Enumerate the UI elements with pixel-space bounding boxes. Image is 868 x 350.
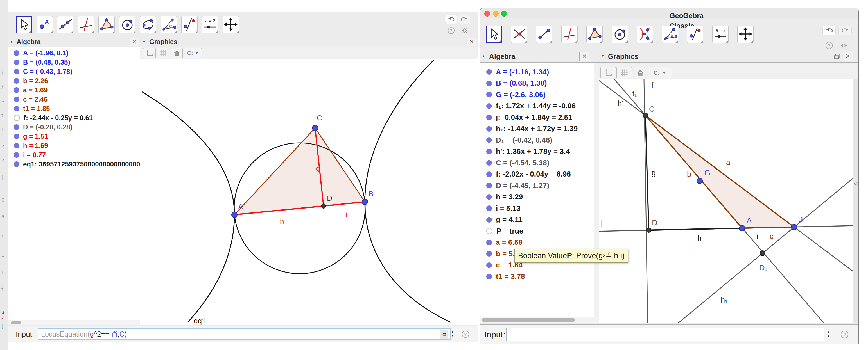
algebra-row-8[interactable]: D = (-0.28, 0.28) xyxy=(8,123,140,132)
algebra-row-0[interactable]: A = (-1.16, 1.34) xyxy=(480,66,594,78)
tool-hyperbola-button[interactable] xyxy=(637,26,653,43)
tool-intersect-button[interactable] xyxy=(511,26,527,43)
visibility-bullet-filled[interactable] xyxy=(486,80,492,86)
input-help-icon[interactable]: ? xyxy=(841,330,848,338)
visibility-bullet-filled[interactable] xyxy=(486,103,492,109)
algebra-row-1[interactable]: B = (0.68, 1.38) xyxy=(480,78,594,89)
point-capturing-dropdown[interactable]: C: ▼ xyxy=(184,48,202,58)
point-D[interactable] xyxy=(321,204,326,208)
gear-icon[interactable] xyxy=(461,27,468,34)
command-input-field[interactable] xyxy=(506,328,824,341)
visibility-bullet-filled[interactable] xyxy=(14,69,20,74)
tool-angle-button[interactable]: α xyxy=(160,16,177,33)
home-button[interactable] xyxy=(636,67,645,78)
tool-reflection-button[interactable] xyxy=(181,16,197,33)
point-A[interactable] xyxy=(739,225,745,231)
algebra-row-10[interactable]: h = 1.69 xyxy=(8,141,140,150)
tool-slider-button[interactable]: a = 2 xyxy=(202,16,218,33)
point-capturing-dropdown[interactable]: C: ▼ xyxy=(648,67,672,78)
right-graphics-canvas[interactable]: ff₁h'CgbGajDhicABD₁h₁ xyxy=(599,79,853,323)
undo-button[interactable] xyxy=(445,15,457,24)
panel-divider[interactable] xyxy=(140,37,140,47)
axes-toggle-button[interactable] xyxy=(600,67,616,78)
algebra-row-18[interactable]: t1 = 3.78 xyxy=(480,271,594,282)
hyperbola-left-branch[interactable] xyxy=(142,92,235,322)
algebra-row-5[interactable]: h₁: -1.44x + 1.72y = 1.39 xyxy=(480,123,594,135)
algebra-row-4[interactable]: j: -0.04x + 1.84y = 2.51 xyxy=(480,112,594,123)
redo-button[interactable] xyxy=(838,26,852,35)
algebra-close-button[interactable]: ✕ xyxy=(130,38,139,46)
algebra-row-11[interactable]: i = 0.77 xyxy=(8,150,140,160)
visibility-bullet-filled[interactable] xyxy=(14,97,20,102)
graphics-restore-icon[interactable] xyxy=(834,53,840,61)
visibility-bullet-filled[interactable] xyxy=(14,78,20,84)
visibility-bullet-filled[interactable] xyxy=(14,87,20,93)
home-button[interactable] xyxy=(171,48,183,58)
point-A[interactable] xyxy=(231,212,237,217)
tool-move-view-button[interactable] xyxy=(223,16,239,33)
visibility-bullet-filled[interactable] xyxy=(486,92,492,97)
visibility-bullet-filled[interactable] xyxy=(486,114,492,120)
grid-toggle-button[interactable] xyxy=(616,67,632,78)
command-input-field[interactable]: LocusEquation(g^2==h*i, C ) xyxy=(38,328,451,340)
tool-move-button[interactable] xyxy=(16,16,32,33)
visibility-bullet-filled[interactable] xyxy=(14,106,20,111)
tool-circle-button[interactable] xyxy=(612,26,628,43)
alpha-button[interactable]: α xyxy=(440,330,448,339)
visibility-bullet-filled[interactable] xyxy=(486,274,492,279)
point-D1[interactable] xyxy=(760,251,765,256)
tool-slider-button[interactable]: a = 2 xyxy=(712,26,728,43)
algebra-row-8[interactable]: C = (-4.54, 5.38) xyxy=(480,157,594,169)
visibility-bullet-hollow[interactable] xyxy=(14,115,20,121)
algebra-row-9[interactable]: g = 1.51 xyxy=(8,132,140,141)
help-icon[interactable]: ? xyxy=(826,42,833,49)
minimize-traffic-light[interactable] xyxy=(493,11,499,16)
point-D[interactable] xyxy=(647,228,651,233)
tool-move-view-button[interactable] xyxy=(737,26,753,43)
tool-move-button[interactable] xyxy=(486,26,502,43)
redo-button[interactable] xyxy=(458,15,470,24)
tool-reflection-button[interactable] xyxy=(687,26,703,43)
visibility-bullet-filled[interactable] xyxy=(486,126,492,132)
visibility-bullet-hollow[interactable] xyxy=(486,228,493,234)
input-spinner[interactable]: ▲▼ xyxy=(450,330,455,339)
panel-divider[interactable] xyxy=(599,50,599,63)
visibility-bullet-filled[interactable] xyxy=(486,262,492,268)
segment-h[interactable] xyxy=(649,228,742,230)
tool-segment-button[interactable] xyxy=(536,26,552,43)
point-B[interactable] xyxy=(362,199,368,205)
zoom-traffic-light[interactable] xyxy=(501,11,507,16)
tool-line-button[interactable] xyxy=(57,16,73,33)
close-traffic-light[interactable] xyxy=(484,11,490,16)
graphics-collapse-arrow[interactable]: ▾ xyxy=(602,53,604,58)
grid-toggle-button[interactable] xyxy=(157,48,169,58)
help-icon[interactable]: ? xyxy=(448,27,455,34)
algebra-row-15[interactable]: a = 6.58 xyxy=(480,237,594,248)
algebra-row-7[interactable]: f: -2.44x - 0.25y = 0.61 xyxy=(8,113,140,123)
point-B[interactable] xyxy=(791,224,797,230)
right-algebra-hscrollbar[interactable] xyxy=(480,317,599,323)
point-C[interactable] xyxy=(312,125,318,131)
graphics-close-button[interactable]: ✕ xyxy=(467,38,476,46)
hyperbola-right-branch[interactable] xyxy=(365,60,451,322)
algebra-row-0[interactable]: A = (-1.96, 0.1) xyxy=(8,48,140,58)
visibility-bullet-filled[interactable] xyxy=(486,183,492,188)
graphics-close-button[interactable]: ✕ xyxy=(843,52,853,61)
visibility-bullet-filled[interactable] xyxy=(486,240,492,245)
algebra-row-10[interactable]: D = (-4.45, 1.27) xyxy=(480,180,594,191)
tool-circle-button[interactable] xyxy=(119,16,135,33)
line-h1[interactable] xyxy=(678,178,853,323)
tool-polygon-button[interactable] xyxy=(98,16,115,33)
visibility-bullet-filled[interactable] xyxy=(14,134,20,139)
algebra-row-12[interactable]: eq1: 369571259375000000000000000000 xyxy=(8,160,140,169)
visibility-bullet-filled[interactable] xyxy=(486,149,492,154)
gear-icon[interactable] xyxy=(840,42,847,49)
triangle-ABC[interactable] xyxy=(235,128,365,215)
visibility-bullet-filled[interactable] xyxy=(14,152,20,158)
triangle-ABC[interactable] xyxy=(645,115,794,228)
algebra-row-6[interactable]: t1 = 1.85 xyxy=(8,104,140,113)
tool-perpendicular-line-button[interactable] xyxy=(561,26,578,43)
tool-point-button[interactable]: A xyxy=(36,16,53,33)
visibility-bullet-filled[interactable] xyxy=(486,194,492,200)
algebra-row-3[interactable]: b = 2.26 xyxy=(8,76,140,85)
